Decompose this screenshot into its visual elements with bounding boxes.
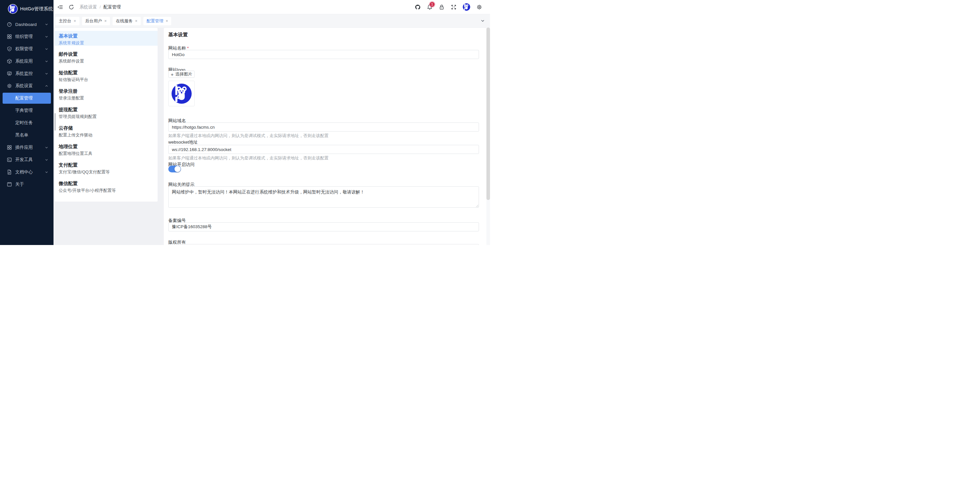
settings-nav-scrollbar-thumb[interactable]	[54, 113, 56, 131]
sidebar-item-monitor[interactable]: 系统监控	[0, 67, 54, 80]
content-scrollbar-thumb[interactable]	[487, 27, 490, 200]
document-icon	[7, 170, 12, 175]
chevron-up-icon	[45, 84, 48, 88]
sidebar-item-dev-tools[interactable]: 开发工具	[0, 154, 54, 166]
chevron-down-icon	[480, 19, 485, 23]
header-actions: 1	[415, 3, 490, 11]
notifications-button[interactable]: 1	[427, 4, 433, 10]
plus-icon: +	[171, 72, 174, 77]
basic-settings-form-panel: 基本设置 网站名称* 网站logo + 选择图片 网站域名	[164, 28, 490, 245]
site-open-toggle[interactable]	[168, 166, 181, 173]
fullscreen-button[interactable]	[451, 4, 457, 10]
icp-input[interactable]	[168, 222, 479, 232]
sidebar-item-docs[interactable]: 文档中心	[0, 166, 54, 178]
tab-config-management[interactable]: 配置管理 ×	[143, 17, 172, 25]
sidebar-item-permission[interactable]: 权限管理	[0, 43, 54, 55]
sidebar-item-system-app[interactable]: 系统应用	[0, 55, 54, 67]
settings-nav-item-login[interactable]: 登录注册 登录注册配置	[55, 82, 158, 101]
github-button[interactable]	[415, 4, 421, 10]
sidebar-subitem-dict-management[interactable]: 字典管理	[0, 105, 54, 117]
settings-nav-item-wechat[interactable]: 微信配置 公众号/开放平台/小程序配置等	[55, 175, 158, 193]
sidebar-item-dashboard[interactable]: Dashboard	[0, 18, 54, 30]
chevron-down-icon	[45, 72, 48, 76]
site-logo-preview[interactable]	[168, 81, 194, 106]
settings-nav-panel: 基本设置 系统常规设置 邮件设置 系统邮件设置 短信配置 短信验证码平台 登录注…	[55, 28, 158, 201]
domain-input[interactable]	[168, 122, 479, 132]
close-icon[interactable]: ×	[135, 19, 137, 23]
settings-nav-item-basic[interactable]: 基本设置 系统常规设置	[55, 31, 158, 46]
lock-screen-button[interactable]	[439, 4, 445, 10]
breadcrumb-separator: /	[100, 5, 101, 10]
domain-help-text: 如果客户端通过本地或内网访问，则认为是调试模式，走实际请求地址，否则走该配置	[168, 133, 328, 139]
sidebar-item-system-settings[interactable]: 系统设置	[0, 80, 54, 92]
gear-icon	[7, 83, 12, 89]
close-icon[interactable]: ×	[166, 19, 168, 23]
sidebar: HotGo管理系统 Dashboard 组织管理 权限管理	[0, 0, 54, 245]
sidebar-nav: Dashboard 组织管理 权限管理 系统应用	[0, 14, 54, 190]
settings-nav-item-cloud-storage[interactable]: 云存储 配置上传文件驱动	[55, 120, 158, 138]
chevron-down-icon	[45, 35, 48, 38]
avatar-koala-icon	[463, 3, 470, 11]
grid-icon	[7, 145, 12, 150]
about-frame-icon	[7, 182, 12, 187]
site-logo-koala-image	[172, 84, 192, 104]
hotgo-admin-page: { "app": { "title": "HotGo管理系统" }, "glyp…	[0, 0, 490, 245]
grid-icon	[7, 34, 12, 39]
tab-dashboard[interactable]: 主控台 ×	[56, 17, 80, 25]
app-logo-icon	[8, 5, 17, 13]
websocket-help-text: 如果客户端通过本地或内网访问，则认为是调试模式，走实际请求地址，否则走该配置	[168, 155, 328, 161]
settings-nav-item-payment[interactable]: 支付配置 支付宝/微信/QQ支付配置等	[55, 157, 158, 175]
settings-nav-item-withdraw[interactable]: 提现配置 管理员提现规则配置	[55, 101, 158, 120]
choose-image-button[interactable]: + 选择图片	[168, 71, 194, 78]
user-avatar[interactable]	[463, 3, 470, 11]
chevron-down-icon	[45, 158, 48, 162]
shield-check-icon	[7, 46, 12, 52]
close-icon[interactable]: ×	[104, 19, 107, 23]
breadcrumb: 系统设置 / 配置管理	[80, 4, 121, 10]
monitor-chart-icon	[7, 71, 12, 76]
close-tip-textarea[interactable]: 网站维护中，暂时无法访问！本网站正在进行系统维护和技术升级，网站暂时无法访问，敬…	[168, 186, 479, 208]
site-name-input[interactable]	[168, 50, 479, 59]
tab-list-dropdown-button[interactable]	[480, 14, 485, 27]
settings-nav-item-email[interactable]: 邮件设置 系统邮件设置	[55, 46, 158, 64]
sidebar-item-about[interactable]: 关于	[0, 178, 54, 190]
toggle-knob	[175, 166, 181, 172]
app-logo-row[interactable]: HotGo管理系统	[0, 0, 54, 14]
app-title: HotGo管理系统	[20, 6, 53, 12]
websocket-input[interactable]	[168, 145, 479, 154]
gear-icon	[476, 4, 482, 10]
dashboard-icon	[7, 22, 12, 27]
tab-content: 基本设置 系统常规设置 邮件设置 系统邮件设置 短信配置 短信验证码平台 登录注…	[54, 27, 490, 245]
chevron-down-icon	[45, 170, 48, 174]
close-icon[interactable]: ×	[73, 19, 76, 23]
settings-button[interactable]	[476, 4, 482, 10]
tab-backend-users[interactable]: 后台用户 ×	[82, 17, 110, 25]
sidebar-subitem-scheduled-tasks[interactable]: 定时任务	[0, 117, 54, 129]
cube-icon	[7, 59, 12, 64]
top-header: 系统设置 / 配置管理 1	[54, 0, 490, 14]
sidebar-subitem-config-management[interactable]: 配置管理	[3, 93, 51, 104]
fullscreen-icon	[451, 4, 457, 10]
chevron-down-icon	[45, 47, 48, 51]
form-heading: 基本设置	[168, 32, 188, 38]
chevron-down-icon	[45, 146, 48, 149]
github-icon	[415, 4, 421, 10]
chevron-down-icon	[45, 23, 48, 26]
sidebar-subitem-blacklist[interactable]: 黑名单	[0, 129, 54, 141]
settings-nav-item-geo[interactable]: 地理位置 配置地理位置工具	[55, 138, 158, 157]
breadcrumb-page[interactable]: 配置管理	[103, 4, 121, 10]
sidebar-item-org[interactable]: 组织管理	[0, 30, 54, 43]
lock-icon	[439, 4, 445, 10]
sidebar-item-plugins[interactable]: 插件应用	[0, 141, 54, 154]
breadcrumb-section[interactable]: 系统设置	[80, 4, 97, 10]
reload-icon[interactable]	[68, 4, 74, 10]
copyright-input[interactable]	[168, 244, 479, 245]
websocket-label: websocket地址	[168, 140, 198, 145]
chevron-down-icon	[45, 60, 48, 63]
terminal-icon	[7, 157, 12, 162]
content-scrollbar-track[interactable]	[487, 27, 490, 245]
settings-nav-item-sms[interactable]: 短信配置 短信验证码平台	[55, 64, 158, 82]
tab-strip: 主控台 × 后台用户 × 在线服务 × 配置管理 ×	[54, 14, 490, 27]
tab-online-service[interactable]: 在线服务 ×	[113, 17, 141, 25]
menu-fold-icon[interactable]	[57, 4, 63, 10]
